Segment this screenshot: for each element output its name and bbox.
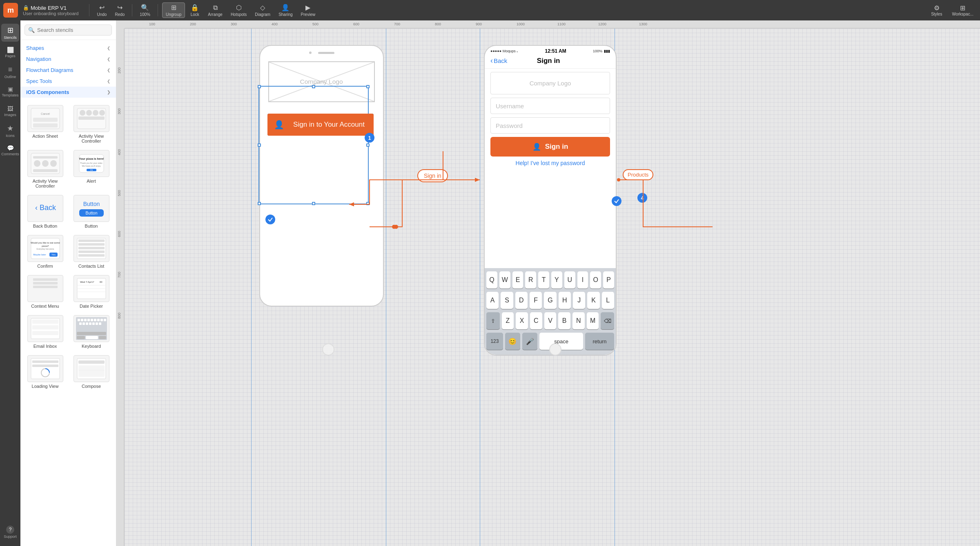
key-c[interactable]: C: [530, 312, 542, 329]
sidebar-item-images[interactable]: 🖼 Images: [1, 102, 19, 120]
key-e[interactable]: E: [512, 271, 523, 289]
key-space[interactable]: space: [539, 333, 583, 350]
arrange-button[interactable]: ⧉ Arrange: [205, 3, 226, 18]
lock-button[interactable]: 🔒 Lock: [187, 3, 203, 18]
category-navigation[interactable]: Navigation ❮: [20, 54, 116, 65]
styles-button[interactable]: ⚙ Styles: [928, 3, 945, 17]
preview-button[interactable]: ▶ Preview: [298, 3, 319, 18]
key-t[interactable]: T: [538, 271, 549, 289]
key-d[interactable]: D: [515, 292, 528, 309]
key-z[interactable]: Z: [502, 312, 514, 329]
key-l[interactable]: L: [602, 292, 614, 309]
key-u[interactable]: U: [564, 271, 575, 289]
project-subtitle: User onboarding storyboard: [23, 11, 78, 16]
stencil-confirm[interactable]: Would you like to eat some pizza? Everyd…: [24, 233, 67, 270]
handle-mr[interactable]: [366, 143, 370, 147]
key-g[interactable]: G: [544, 292, 556, 309]
search-input[interactable]: [37, 27, 108, 33]
handle-tc[interactable]: [312, 85, 315, 88]
key-v[interactable]: V: [544, 312, 557, 329]
key-k[interactable]: K: [587, 292, 599, 309]
stencil-activity-view-2[interactable]: Activity View Controller: [24, 148, 67, 190]
key-y[interactable]: Y: [551, 271, 562, 289]
diagram-button[interactable]: ◇ Diagram: [252, 3, 274, 18]
redo-button[interactable]: ↪ Redo: [111, 3, 128, 18]
undo-button[interactable]: ↩ Undo: [94, 3, 110, 18]
key-delete[interactable]: ⌫: [601, 312, 614, 329]
stencil-loading[interactable]: Loading View: [24, 354, 67, 390]
key-h[interactable]: H: [559, 292, 571, 309]
key-a[interactable]: A: [486, 292, 499, 309]
help-link[interactable]: Help! I've lost my password: [485, 160, 616, 166]
ungroup-button[interactable]: ⊞ Ungroup: [162, 2, 185, 18]
handle-bl[interactable]: [258, 202, 261, 205]
app-logo[interactable]: m: [3, 3, 18, 18]
svg-text:1200: 1200: [598, 22, 606, 26]
stencil-label-action-sheet: Action Sheet: [32, 134, 58, 139]
sidebar-item-comments[interactable]: 💬 Comments: [1, 141, 19, 159]
handle-bc[interactable]: [312, 202, 315, 205]
password-input[interactable]: Password: [490, 117, 610, 134]
handle-tl[interactable]: [258, 85, 261, 88]
key-s[interactable]: S: [501, 292, 513, 309]
key-numbers[interactable]: 123: [486, 333, 503, 350]
key-n[interactable]: N: [572, 312, 585, 329]
sidebar-item-stencils[interactable]: ⊞ Stencils: [1, 24, 19, 42]
stencil-contacts[interactable]: Contacts List: [70, 233, 113, 270]
key-x[interactable]: X: [516, 312, 528, 329]
stencil-back-button[interactable]: ‹ Back Back Button: [24, 193, 67, 230]
search-box[interactable]: 🔍: [24, 25, 112, 36]
key-emoji[interactable]: 😊: [505, 333, 520, 350]
handle-ml[interactable]: [258, 143, 261, 147]
category-shapes[interactable]: Shapes ❮: [20, 43, 116, 54]
project-title[interactable]: Mobile ERP V1: [31, 5, 67, 11]
stencil-alert[interactable]: Your pizza is here! Thank you for your o…: [70, 148, 113, 190]
stencil-activity-view[interactable]: Activity View Controller: [70, 103, 113, 145]
hotspots-button[interactable]: ⬡ Hotspots: [227, 3, 250, 18]
stencil-email-inbox[interactable]: Email Inbox: [24, 313, 67, 350]
workspace-button[interactable]: ⊞ Workspac...: [949, 3, 977, 17]
category-flowchart[interactable]: Flowchart Diagrams ❮: [20, 65, 116, 76]
zoom-control[interactable]: 🔍 100%: [136, 3, 154, 18]
sidebar-item-icons[interactable]: ★ Icons: [1, 122, 19, 140]
username-input[interactable]: Username: [490, 98, 610, 114]
key-f[interactable]: F: [530, 292, 542, 309]
stencil-keyboard[interactable]: Keyboard: [70, 313, 113, 350]
key-return[interactable]: return: [585, 333, 614, 350]
key-shift[interactable]: ⇧: [486, 312, 500, 329]
key-p[interactable]: P: [603, 271, 614, 289]
sidebar-item-templates[interactable]: ▣ Templates: [1, 83, 19, 101]
sidebar-item-outline[interactable]: ≡ Outline: [1, 63, 19, 81]
account-btn[interactable]: 👤 Sign in to Your Account: [267, 114, 374, 136]
stencil-action-sheet[interactable]: Cancel Action Sheet: [24, 103, 67, 145]
sharing-button[interactable]: 👤 Sharing: [275, 3, 296, 18]
keyboard-row-2: A S D F G H J K L: [486, 292, 614, 309]
key-i[interactable]: I: [577, 271, 588, 289]
key-o[interactable]: O: [590, 271, 601, 289]
key-j[interactable]: J: [573, 292, 585, 309]
stencil-thumb-contacts: [74, 235, 109, 262]
key-b[interactable]: B: [558, 312, 570, 329]
stencil-date-picker[interactable]: Wed 7 Apr 17 00 Date Picker: [70, 273, 113, 310]
sidebar-item-support[interactable]: ? Support: [1, 523, 19, 541]
category-spec[interactable]: Spec Tools ❮: [20, 76, 116, 87]
sign-in-button[interactable]: 👤 Sign in: [490, 137, 610, 157]
key-q[interactable]: Q: [486, 271, 497, 289]
nav-back[interactable]: ‹ Back: [490, 56, 507, 65]
key-m[interactable]: M: [587, 312, 599, 329]
key-r[interactable]: R: [525, 271, 536, 289]
stencil-button[interactable]: Button Button Button: [70, 193, 113, 230]
svg-text:600: 600: [353, 22, 359, 26]
handle-br[interactable]: [366, 202, 370, 205]
stencil-compose[interactable]: Compose: [70, 354, 113, 390]
key-w[interactable]: W: [499, 271, 510, 289]
canvas-content[interactable]: Company Logo f Log in: [125, 29, 980, 546]
guide-line-v3: [480, 29, 480, 546]
key-mic[interactable]: 🎤: [522, 333, 537, 350]
sidebar-item-pages[interactable]: ⬜ Pages: [1, 43, 19, 61]
connector-svg-1: [402, 139, 492, 221]
handle-tr[interactable]: [366, 85, 370, 88]
category-ios[interactable]: iOS Components ❯: [20, 87, 116, 98]
stencil-context-menu[interactable]: Context Menu: [24, 273, 67, 310]
canvas[interactable]: 100 200 300 400 500 600 700 800 900 1000…: [116, 20, 980, 546]
